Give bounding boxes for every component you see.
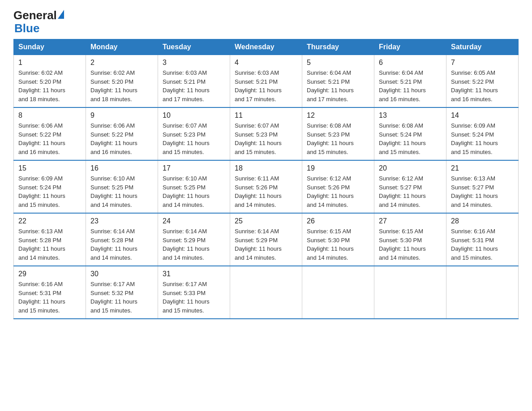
- day-number: 13: [379, 111, 442, 120]
- calendar-cell: 15Sunrise: 6:09 AMSunset: 5:24 PMDayligh…: [14, 160, 86, 213]
- calendar-week-row: 15Sunrise: 6:09 AMSunset: 5:24 PMDayligh…: [14, 160, 519, 213]
- calendar-cell: 10Sunrise: 6:07 AMSunset: 5:23 PMDayligh…: [158, 107, 230, 160]
- calendar-cell: 16Sunrise: 6:10 AMSunset: 5:25 PMDayligh…: [86, 160, 158, 213]
- day-number: 21: [451, 164, 514, 172]
- day-info: Sunrise: 6:07 AMSunset: 5:23 PMDaylight:…: [163, 121, 225, 156]
- day-info: Sunrise: 6:03 AMSunset: 5:21 PMDaylight:…: [235, 68, 297, 103]
- day-info: Sunrise: 6:11 AMSunset: 5:26 PMDaylight:…: [235, 174, 297, 209]
- day-info: Sunrise: 6:09 AMSunset: 5:24 PMDaylight:…: [451, 121, 514, 156]
- day-info: Sunrise: 6:12 AMSunset: 5:27 PMDaylight:…: [379, 174, 442, 209]
- day-info: Sunrise: 6:06 AMSunset: 5:22 PMDaylight:…: [18, 121, 81, 156]
- calendar-cell: 18Sunrise: 6:11 AMSunset: 5:26 PMDayligh…: [230, 160, 302, 213]
- calendar-cell: 24Sunrise: 6:14 AMSunset: 5:29 PMDayligh…: [158, 213, 230, 266]
- calendar-cell: 28Sunrise: 6:16 AMSunset: 5:31 PMDayligh…: [446, 213, 519, 266]
- day-number: 8: [18, 111, 81, 120]
- day-number: 25: [235, 217, 297, 225]
- day-number: 7: [451, 59, 514, 67]
- day-info: Sunrise: 6:08 AMSunset: 5:24 PMDaylight:…: [379, 121, 442, 156]
- day-number: 12: [307, 111, 369, 120]
- day-number: 4: [235, 59, 297, 67]
- day-info: Sunrise: 6:17 AMSunset: 5:32 PMDaylight:…: [90, 280, 153, 315]
- calendar-week-row: 8Sunrise: 6:06 AMSunset: 5:22 PMDaylight…: [14, 107, 519, 160]
- day-info: Sunrise: 6:17 AMSunset: 5:33 PMDaylight:…: [163, 280, 225, 315]
- calendar-cell: 22Sunrise: 6:13 AMSunset: 5:28 PMDayligh…: [14, 213, 86, 266]
- calendar-cell: 27Sunrise: 6:15 AMSunset: 5:30 PMDayligh…: [374, 213, 446, 266]
- day-info: Sunrise: 6:16 AMSunset: 5:31 PMDaylight:…: [451, 227, 514, 262]
- calendar-cell: 29Sunrise: 6:16 AMSunset: 5:31 PMDayligh…: [14, 266, 86, 319]
- calendar-cell: 17Sunrise: 6:10 AMSunset: 5:25 PMDayligh…: [158, 160, 230, 213]
- day-info: Sunrise: 6:05 AMSunset: 5:22 PMDaylight:…: [451, 68, 514, 103]
- day-number: 5: [307, 59, 369, 67]
- day-number: 26: [307, 217, 369, 225]
- calendar-cell: 5Sunrise: 6:04 AMSunset: 5:21 PMDaylight…: [302, 55, 374, 108]
- day-info: Sunrise: 6:03 AMSunset: 5:21 PMDaylight:…: [163, 68, 225, 103]
- calendar-cell: 11Sunrise: 6:07 AMSunset: 5:23 PMDayligh…: [230, 107, 302, 160]
- calendar-cell: 4Sunrise: 6:03 AMSunset: 5:21 PMDaylight…: [230, 55, 302, 108]
- day-info: Sunrise: 6:08 AMSunset: 5:23 PMDaylight:…: [307, 121, 369, 156]
- day-info: Sunrise: 6:16 AMSunset: 5:31 PMDaylight:…: [18, 280, 81, 315]
- day-number: 22: [18, 217, 81, 225]
- day-number: 23: [90, 217, 153, 225]
- day-info: Sunrise: 6:02 AMSunset: 5:20 PMDaylight:…: [18, 68, 81, 103]
- day-info: Sunrise: 6:15 AMSunset: 5:30 PMDaylight:…: [307, 227, 369, 262]
- day-number: 29: [18, 270, 81, 278]
- day-number: 1: [18, 59, 81, 67]
- calendar-cell: 25Sunrise: 6:14 AMSunset: 5:29 PMDayligh…: [230, 213, 302, 266]
- day-number: 18: [235, 164, 297, 172]
- day-info: Sunrise: 6:14 AMSunset: 5:29 PMDaylight:…: [235, 227, 297, 262]
- calendar-cell: 13Sunrise: 6:08 AMSunset: 5:24 PMDayligh…: [374, 107, 446, 160]
- calendar-table: SundayMondayTuesdayWednesdayThursdayFrid…: [13, 39, 519, 319]
- day-header-monday: Monday: [86, 39, 158, 55]
- logo-general-text: General: [13, 9, 57, 22]
- day-number: 11: [235, 111, 297, 120]
- day-header-sunday: Sunday: [14, 39, 86, 55]
- day-info: Sunrise: 6:06 AMSunset: 5:22 PMDaylight:…: [90, 121, 153, 156]
- calendar-cell: 21Sunrise: 6:13 AMSunset: 5:27 PMDayligh…: [446, 160, 519, 213]
- day-info: Sunrise: 6:15 AMSunset: 5:30 PMDaylight:…: [379, 227, 442, 262]
- day-number: 24: [163, 217, 225, 225]
- day-number: 17: [163, 164, 225, 172]
- page-header: General Blue: [13, 9, 519, 34]
- calendar-cell: 12Sunrise: 6:08 AMSunset: 5:23 PMDayligh…: [302, 107, 374, 160]
- logo: General Blue: [13, 9, 64, 34]
- calendar-cell: 6Sunrise: 6:04 AMSunset: 5:21 PMDaylight…: [374, 55, 446, 108]
- calendar-cell: 9Sunrise: 6:06 AMSunset: 5:22 PMDaylight…: [86, 107, 158, 160]
- day-number: 19: [307, 164, 369, 172]
- calendar-week-row: 22Sunrise: 6:13 AMSunset: 5:28 PMDayligh…: [14, 213, 519, 266]
- day-number: 2: [90, 59, 153, 67]
- day-header-saturday: Saturday: [446, 39, 519, 55]
- day-header-thursday: Thursday: [302, 39, 374, 55]
- day-number: 9: [90, 111, 153, 120]
- day-info: Sunrise: 6:07 AMSunset: 5:23 PMDaylight:…: [235, 121, 297, 156]
- day-header-friday: Friday: [374, 39, 446, 55]
- day-number: 20: [379, 164, 442, 172]
- day-number: 31: [163, 270, 225, 278]
- calendar-cell: 31Sunrise: 6:17 AMSunset: 5:33 PMDayligh…: [158, 266, 230, 319]
- calendar-cell: 20Sunrise: 6:12 AMSunset: 5:27 PMDayligh…: [374, 160, 446, 213]
- day-info: Sunrise: 6:10 AMSunset: 5:25 PMDaylight:…: [90, 174, 153, 209]
- calendar-header-row: SundayMondayTuesdayWednesdayThursdayFrid…: [14, 39, 519, 55]
- calendar-week-row: 29Sunrise: 6:16 AMSunset: 5:31 PMDayligh…: [14, 266, 519, 319]
- calendar-cell: 7Sunrise: 6:05 AMSunset: 5:22 PMDaylight…: [446, 55, 519, 108]
- calendar-cell: 3Sunrise: 6:03 AMSunset: 5:21 PMDaylight…: [158, 55, 230, 108]
- calendar-cell: [302, 266, 374, 319]
- calendar-cell: 8Sunrise: 6:06 AMSunset: 5:22 PMDaylight…: [14, 107, 86, 160]
- logo-triangle-icon: [58, 10, 64, 19]
- day-number: 27: [379, 217, 442, 225]
- calendar-week-row: 1Sunrise: 6:02 AMSunset: 5:20 PMDaylight…: [14, 55, 519, 108]
- day-number: 30: [90, 270, 153, 278]
- logo-blue-text: Blue: [14, 22, 64, 35]
- day-number: 15: [18, 164, 81, 172]
- day-info: Sunrise: 6:04 AMSunset: 5:21 PMDaylight:…: [379, 68, 442, 103]
- calendar-cell: 1Sunrise: 6:02 AMSunset: 5:20 PMDaylight…: [14, 55, 86, 108]
- day-info: Sunrise: 6:04 AMSunset: 5:21 PMDaylight:…: [307, 68, 369, 103]
- calendar-cell: 2Sunrise: 6:02 AMSunset: 5:20 PMDaylight…: [86, 55, 158, 108]
- day-number: 28: [451, 217, 514, 225]
- calendar-cell: 14Sunrise: 6:09 AMSunset: 5:24 PMDayligh…: [446, 107, 519, 160]
- day-info: Sunrise: 6:09 AMSunset: 5:24 PMDaylight:…: [18, 174, 81, 209]
- day-info: Sunrise: 6:14 AMSunset: 5:29 PMDaylight:…: [163, 227, 225, 262]
- day-number: 3: [163, 59, 225, 67]
- day-number: 14: [451, 111, 514, 120]
- day-header-tuesday: Tuesday: [158, 39, 230, 55]
- calendar-cell: [230, 266, 302, 319]
